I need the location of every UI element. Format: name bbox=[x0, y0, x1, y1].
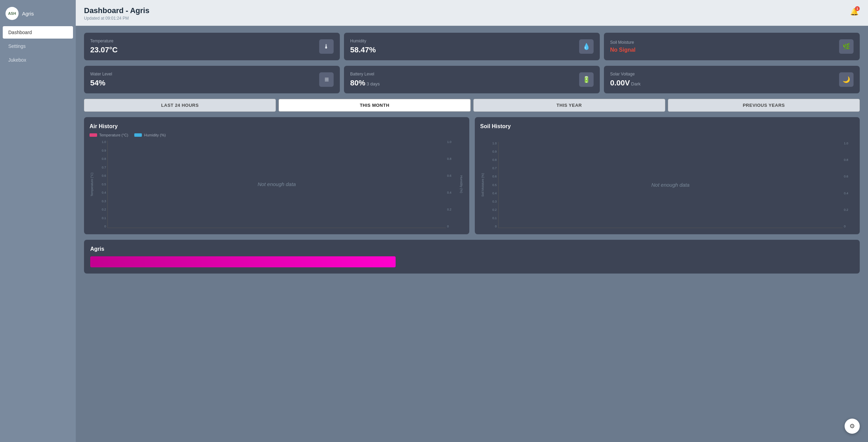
notifications-bell[interactable]: 🔔 1 bbox=[849, 6, 860, 17]
air-history-legend: Temperature (°C) Humidity (%) bbox=[90, 133, 464, 137]
solar-voltage-card: Solar Voltage 0.00V Dark 🌙 bbox=[604, 66, 860, 93]
solar-icon: 🌙 bbox=[839, 72, 854, 87]
sidebar: ASH Agris Dashboard Settings Jukebox bbox=[0, 0, 76, 442]
water-level-card: Water Level 54% ≡ bbox=[84, 66, 340, 93]
charts-row: Air History Temperature (°C) Humidity (%… bbox=[84, 117, 860, 234]
soil-y-axis-label: Soil Moisture (%) bbox=[480, 142, 485, 228]
air-y-axis-right-label: Humidity (%) bbox=[459, 141, 464, 228]
time-range-tabs: LAST 24 HOURS THIS MONTH THIS YEAR PREVI… bbox=[84, 99, 860, 112]
tab-thismonth[interactable]: THIS MONTH bbox=[279, 99, 470, 112]
battery-level-card: Battery Level 80% 3 days 🔋 bbox=[344, 66, 600, 93]
temperature-label: Temperature bbox=[90, 39, 118, 43]
header-text: Dashboard - Agris Updated at 09:01:24 PM bbox=[84, 6, 149, 21]
air-y-axis-right: 0 0.2 0.4 0.6 0.8 1.0 bbox=[447, 141, 458, 228]
water-level-icon: ≡ bbox=[319, 72, 334, 87]
soil-chart-container: Soil Moisture (%) 0 0.1 0.2 0.3 0.4 0.5 … bbox=[480, 142, 855, 228]
sidebar-item-settings[interactable]: Settings bbox=[3, 40, 73, 52]
humidity-label: Humidity bbox=[350, 39, 376, 43]
solar-voltage-value: 0.00V Dark bbox=[610, 79, 641, 88]
app-logo-icon: ASH bbox=[6, 7, 19, 20]
legend-humidity-color bbox=[134, 133, 142, 137]
battery-level-label: Battery Level bbox=[350, 72, 380, 76]
soil-moisture-label: Soil Moisture bbox=[610, 40, 636, 45]
agris-bottom-card: Agris bbox=[84, 240, 860, 274]
water-level-value: 54% bbox=[90, 79, 112, 88]
battery-sub: 3 days bbox=[365, 81, 380, 86]
tab-previousyears[interactable]: PREVIOUS YEARS bbox=[668, 99, 860, 112]
app-name: Agris bbox=[22, 11, 34, 17]
dashboard-content: Temperature 23.07°C 🌡 Humidity 58.47% 💧 … bbox=[76, 26, 868, 280]
air-y-axis-left-label: Temperature (°C) bbox=[90, 141, 94, 228]
air-chart-container: Temperature (°C) 0 0.1 0.2 0.3 0.4 0.5 0… bbox=[90, 141, 464, 228]
humidity-value: 58.47% bbox=[350, 45, 376, 54]
legend-temperature: Temperature (°C) bbox=[90, 133, 128, 137]
page-title: Dashboard - Agris bbox=[84, 6, 149, 15]
sidebar-item-dashboard[interactable]: Dashboard bbox=[3, 26, 73, 39]
soil-moisture-icon: 🌿 bbox=[839, 39, 854, 54]
soil-moisture-card: Soil Moisture No Signal 🌿 bbox=[604, 33, 860, 60]
soil-chart-inner: Not enough data bbox=[498, 142, 843, 228]
temperature-value: 23.07°C bbox=[90, 45, 118, 54]
sidebar-logo: ASH Agris bbox=[0, 3, 76, 25]
tab-last24hours[interactable]: LAST 24 HOURS bbox=[84, 99, 276, 112]
temperature-icon: 🌡 bbox=[319, 39, 334, 54]
main-content: Dashboard - Agris Updated at 09:01:24 PM… bbox=[76, 0, 868, 442]
settings-gear-icon: ⚙ bbox=[849, 422, 855, 430]
humidity-icon: 💧 bbox=[579, 39, 594, 54]
notification-badge: 1 bbox=[855, 6, 860, 11]
humidity-card: Humidity 58.47% 💧 bbox=[344, 33, 600, 60]
settings-fab-button[interactable]: ⚙ bbox=[845, 419, 860, 434]
sidebar-item-jukebox[interactable]: Jukebox bbox=[3, 54, 73, 66]
soil-y-axis-left: 0 0.1 0.2 0.3 0.4 0.5 0.6 0.7 0.8 0.9 1.… bbox=[487, 142, 497, 228]
tab-thisyear[interactable]: THIS YEAR bbox=[473, 99, 665, 112]
air-chart-inner: Not enough data bbox=[107, 141, 446, 228]
agris-bottom-title: Agris bbox=[90, 246, 854, 252]
solar-sub: Dark bbox=[630, 81, 641, 86]
soil-y-axis-right: 0 0.2 0.4 0.6 0.8 1.0 bbox=[844, 142, 854, 228]
temperature-card: Temperature 23.07°C 🌡 bbox=[84, 33, 340, 60]
air-history-card: Air History Temperature (°C) Humidity (%… bbox=[84, 117, 469, 234]
soil-legend-spacer bbox=[480, 133, 855, 142]
header: Dashboard - Agris Updated at 09:01:24 PM… bbox=[76, 0, 868, 26]
last-updated: Updated at 09:01:24 PM bbox=[84, 16, 149, 21]
solar-voltage-label: Solar Voltage bbox=[610, 72, 641, 76]
soil-history-title: Soil History bbox=[480, 123, 855, 130]
agris-bottom-bar bbox=[90, 256, 396, 267]
air-not-enough-data: Not enough data bbox=[258, 181, 296, 187]
legend-temp-color bbox=[90, 133, 97, 137]
sensor-row-1: Temperature 23.07°C 🌡 Humidity 58.47% 💧 … bbox=[84, 33, 860, 60]
soil-not-enough-data: Not enough data bbox=[651, 182, 690, 188]
air-y-axis-left: 0 0.1 0.2 0.3 0.4 0.5 0.6 0.7 0.8 0.9 1.… bbox=[96, 141, 106, 228]
battery-icon: 🔋 bbox=[579, 72, 594, 87]
sensor-row-2: Water Level 54% ≡ Battery Level 80% 3 da… bbox=[84, 66, 860, 93]
soil-moisture-value: No Signal bbox=[610, 47, 636, 53]
battery-level-value: 80% 3 days bbox=[350, 79, 380, 88]
air-history-title: Air History bbox=[90, 123, 464, 130]
legend-humidity: Humidity (%) bbox=[134, 133, 166, 137]
soil-history-card: Soil History Soil Moisture (%) 0 0.1 0.2… bbox=[475, 117, 860, 234]
water-level-label: Water Level bbox=[90, 72, 112, 76]
